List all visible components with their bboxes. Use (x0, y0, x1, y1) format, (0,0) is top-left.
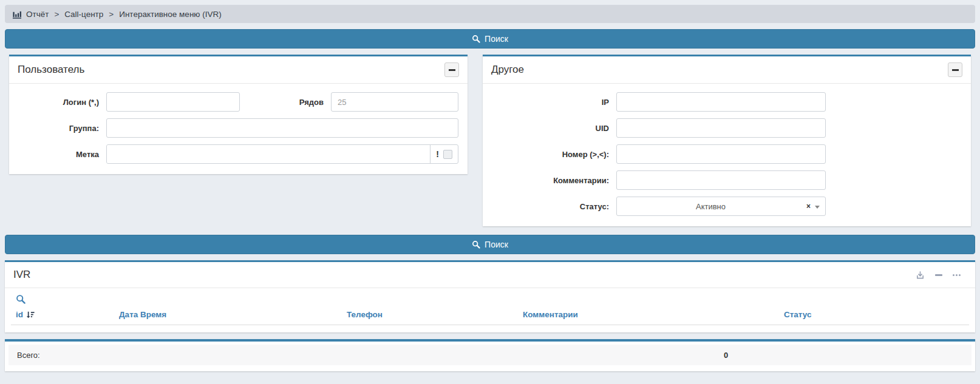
group-input[interactable] (106, 118, 458, 138)
totals-row: Всего: 0 (9, 345, 971, 365)
bar-chart-icon (12, 10, 22, 19)
breadcrumb-item-ivr[interactable]: Интерактивное меню (IVR) (119, 10, 222, 19)
column-header-status[interactable]: Статус (779, 307, 969, 325)
ellipsis-icon (953, 274, 961, 276)
comments-row: Комментарии: (492, 170, 962, 190)
table-header-row: id (11, 307, 969, 325)
page: Отчёт > Call-центр > Интерактивное меню … (0, 0, 980, 376)
user-panel-header: Пользователь (9, 56, 468, 84)
tag-label: Метка (18, 150, 106, 159)
tag-input-group: ! (106, 144, 458, 164)
ip-row: IP (492, 92, 962, 112)
ivr-panel-body: id (5, 288, 975, 332)
chevron-down-icon (815, 206, 820, 209)
group-row: Группа: (18, 118, 458, 138)
column-header-comments[interactable]: Комментарии (518, 307, 779, 325)
ivr-panel: IVR (5, 260, 975, 332)
totals-label: Всего: (17, 351, 40, 360)
uid-label: UID (492, 124, 616, 133)
status-selected-value: Активно (617, 202, 805, 211)
exclamation-icon: ! (436, 149, 439, 159)
breadcrumb-separator: > (53, 10, 60, 19)
ivr-panel-tools (916, 271, 967, 280)
minus-icon (449, 69, 455, 71)
ip-input[interactable] (616, 92, 826, 112)
totals-panel: Всего: 0 (5, 339, 975, 371)
ip-label: IP (492, 98, 616, 107)
other-panel-title: Другое (491, 64, 524, 76)
other-panel-collapse-button[interactable] (948, 62, 962, 77)
search-button-top[interactable]: Поиск (5, 29, 975, 49)
login-label: Логин (*,) (18, 98, 106, 107)
user-panel-title: Пользователь (18, 64, 84, 76)
uid-row: UID (492, 118, 962, 138)
minus-icon (935, 274, 942, 276)
user-panel-collapse-button[interactable] (444, 62, 459, 77)
number-row: Номер (>,<): (492, 144, 962, 164)
search-icon (16, 294, 26, 304)
rows-label: Рядов (240, 98, 331, 107)
column-header-label: Дата Время (119, 310, 166, 319)
minus-icon (952, 69, 959, 71)
totals-value: 0 (724, 351, 728, 360)
column-header-label: Телефон (347, 310, 383, 319)
column-header-label: Статус (784, 310, 812, 319)
number-input[interactable] (616, 144, 826, 164)
search-icon (472, 35, 480, 43)
status-label: Статус: (492, 202, 616, 211)
tag-row: Метка ! (18, 144, 458, 164)
table-empty-body (11, 325, 969, 332)
other-panel-body: IP UID Номер (>,<): Комментарии: Статус: (483, 84, 971, 226)
number-label: Номер (>,<): (492, 150, 616, 159)
status-row: Статус: Активно × (492, 197, 962, 216)
filter-panels: Пользователь Логин (*,) Рядов Группа: М (5, 55, 975, 226)
clear-icon[interactable]: × (805, 202, 812, 211)
other-panel: Другое IP UID Номер (>,<): (483, 55, 971, 226)
uid-input[interactable] (616, 118, 826, 138)
comments-label: Комментарии: (492, 176, 616, 185)
more-options-button[interactable] (953, 274, 961, 276)
status-select[interactable]: Активно × (616, 197, 826, 216)
column-header-label: Комментарии (523, 310, 578, 319)
export-button[interactable] (916, 271, 925, 280)
tag-input[interactable] (107, 145, 430, 163)
ivr-panel-header: IVR (5, 262, 975, 288)
rows-input[interactable] (331, 92, 458, 112)
table-search-toggle[interactable] (16, 294, 26, 306)
breadcrumb-item-callcenter[interactable]: Call-центр (64, 10, 103, 19)
other-panel-header: Другое (483, 56, 971, 84)
search-icon (472, 240, 480, 249)
login-input[interactable] (106, 92, 240, 112)
search-button-bottom[interactable]: Поиск (5, 235, 975, 254)
group-label: Группа: (18, 124, 106, 133)
export-icon (916, 271, 925, 280)
user-panel-body: Логин (*,) Рядов Группа: Метка ! (9, 84, 468, 174)
breadcrumb-separator: > (107, 10, 115, 19)
login-row: Логин (*,) Рядов (18, 92, 458, 112)
column-header-datetime[interactable]: Дата Время (114, 307, 342, 325)
search-button-label: Поиск (485, 34, 508, 44)
column-header-label: id (16, 310, 23, 319)
breadcrumb-item-report[interactable]: Отчёт (26, 10, 49, 19)
user-panel: Пользователь Логин (*,) Рядов Группа: М (9, 55, 468, 174)
sort-icon (26, 311, 35, 319)
breadcrumb: Отчёт > Call-центр > Интерактивное меню … (5, 5, 975, 23)
comments-input[interactable] (616, 170, 826, 190)
tag-addon: ! (430, 145, 458, 163)
tag-exclude-checkbox[interactable] (443, 150, 452, 159)
column-header-phone[interactable]: Телефон (342, 307, 518, 325)
ivr-panel-collapse-button[interactable] (935, 274, 942, 276)
column-header-id[interactable]: id (11, 307, 114, 325)
search-button-label: Поиск (485, 240, 508, 249)
ivr-panel-title: IVR (13, 269, 30, 281)
ivr-table: id (11, 307, 969, 325)
